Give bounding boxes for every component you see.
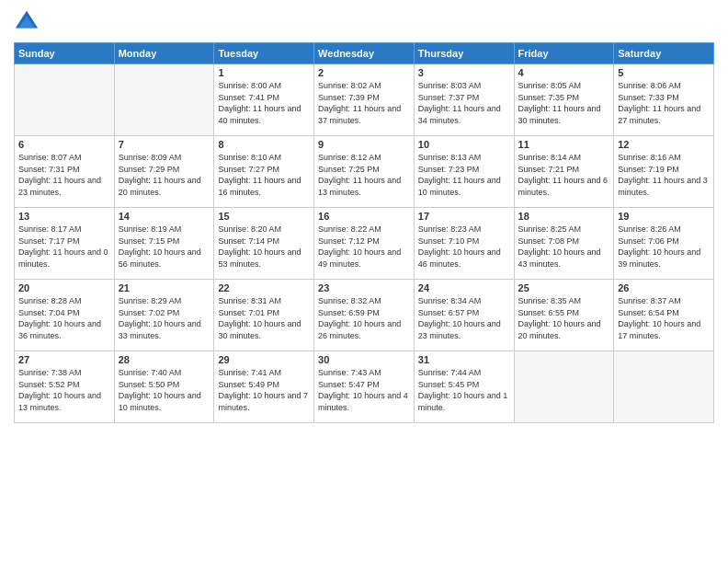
day-info: Sunrise: 8:25 AMSunset: 7:08 PMDaylight:… bbox=[518, 224, 610, 270]
calendar-cell: 21Sunrise: 8:29 AMSunset: 7:02 PMDayligh… bbox=[114, 280, 214, 351]
day-number: 13 bbox=[18, 211, 110, 222]
calendar-day-header: Thursday bbox=[414, 43, 514, 64]
day-number: 2 bbox=[318, 67, 410, 78]
calendar-cell: 7Sunrise: 8:09 AMSunset: 7:29 PMDaylight… bbox=[114, 136, 214, 208]
calendar-cell: 12Sunrise: 8:16 AMSunset: 7:19 PMDayligh… bbox=[614, 136, 714, 208]
day-number: 5 bbox=[618, 67, 710, 78]
day-info: Sunrise: 8:05 AMSunset: 7:35 PMDaylight:… bbox=[518, 80, 610, 126]
calendar-cell bbox=[514, 351, 614, 423]
calendar-cell: 31Sunrise: 7:44 AMSunset: 5:45 PMDayligh… bbox=[414, 351, 514, 423]
calendar-cell: 2Sunrise: 8:02 AMSunset: 7:39 PMDaylight… bbox=[314, 64, 415, 136]
calendar-cell: 16Sunrise: 8:22 AMSunset: 7:12 PMDayligh… bbox=[314, 208, 415, 280]
day-info: Sunrise: 7:40 AMSunset: 5:50 PMDaylight:… bbox=[119, 367, 210, 413]
calendar-week-row: 1Sunrise: 8:00 AMSunset: 7:41 PMDaylight… bbox=[15, 64, 714, 136]
day-number: 4 bbox=[518, 67, 610, 78]
calendar-day-header: Wednesday bbox=[314, 43, 415, 64]
day-number: 21 bbox=[119, 282, 210, 293]
day-number: 3 bbox=[418, 67, 510, 78]
calendar-cell: 18Sunrise: 8:25 AMSunset: 7:08 PMDayligh… bbox=[514, 208, 614, 280]
header bbox=[14, 9, 714, 35]
day-info: Sunrise: 8:28 AMSunset: 7:04 PMDaylight:… bbox=[18, 295, 110, 341]
calendar-day-header: Friday bbox=[514, 43, 614, 64]
calendar-header-row: SundayMondayTuesdayWednesdayThursdayFrid… bbox=[15, 43, 714, 64]
day-number: 6 bbox=[18, 139, 110, 150]
calendar-cell: 27Sunrise: 7:38 AMSunset: 5:52 PMDayligh… bbox=[15, 351, 115, 423]
day-info: Sunrise: 7:38 AMSunset: 5:52 PMDaylight:… bbox=[18, 367, 110, 413]
calendar-cell: 20Sunrise: 8:28 AMSunset: 7:04 PMDayligh… bbox=[15, 280, 115, 351]
day-info: Sunrise: 8:37 AMSunset: 6:54 PMDaylight:… bbox=[618, 295, 710, 341]
calendar-cell bbox=[114, 64, 214, 136]
day-info: Sunrise: 8:22 AMSunset: 7:12 PMDaylight:… bbox=[318, 224, 410, 270]
calendar-cell: 10Sunrise: 8:13 AMSunset: 7:23 PMDayligh… bbox=[414, 136, 514, 208]
day-number: 22 bbox=[218, 282, 310, 293]
calendar-cell: 29Sunrise: 7:41 AMSunset: 5:49 PMDayligh… bbox=[214, 351, 314, 423]
logo-icon bbox=[14, 9, 40, 35]
calendar-day-header: Monday bbox=[114, 43, 214, 64]
day-number: 19 bbox=[618, 211, 710, 222]
day-info: Sunrise: 8:03 AMSunset: 7:37 PMDaylight:… bbox=[418, 80, 510, 126]
page: SundayMondayTuesdayWednesdayThursdayFrid… bbox=[0, 0, 728, 563]
calendar-cell: 19Sunrise: 8:26 AMSunset: 7:06 PMDayligh… bbox=[614, 208, 714, 280]
calendar-cell: 23Sunrise: 8:32 AMSunset: 6:59 PMDayligh… bbox=[314, 280, 415, 351]
day-info: Sunrise: 8:06 AMSunset: 7:33 PMDaylight:… bbox=[618, 80, 710, 126]
day-number: 9 bbox=[318, 139, 410, 150]
day-info: Sunrise: 8:14 AMSunset: 7:21 PMDaylight:… bbox=[518, 152, 610, 198]
day-info: Sunrise: 8:16 AMSunset: 7:19 PMDaylight:… bbox=[618, 152, 710, 198]
calendar: SundayMondayTuesdayWednesdayThursdayFrid… bbox=[14, 42, 714, 423]
calendar-cell bbox=[614, 351, 714, 423]
day-info: Sunrise: 8:26 AMSunset: 7:06 PMDaylight:… bbox=[618, 224, 710, 270]
calendar-cell: 17Sunrise: 8:23 AMSunset: 7:10 PMDayligh… bbox=[414, 208, 514, 280]
day-number: 12 bbox=[618, 139, 710, 150]
calendar-cell: 13Sunrise: 8:17 AMSunset: 7:17 PMDayligh… bbox=[15, 208, 115, 280]
calendar-cell: 6Sunrise: 8:07 AMSunset: 7:31 PMDaylight… bbox=[15, 136, 115, 208]
day-number: 23 bbox=[318, 282, 410, 293]
calendar-cell: 26Sunrise: 8:37 AMSunset: 6:54 PMDayligh… bbox=[614, 280, 714, 351]
day-info: Sunrise: 8:12 AMSunset: 7:25 PMDaylight:… bbox=[318, 152, 410, 198]
calendar-cell: 1Sunrise: 8:00 AMSunset: 7:41 PMDaylight… bbox=[214, 64, 314, 136]
logo bbox=[14, 9, 43, 35]
calendar-week-row: 6Sunrise: 8:07 AMSunset: 7:31 PMDaylight… bbox=[15, 136, 714, 208]
day-number: 17 bbox=[418, 211, 510, 222]
day-number: 14 bbox=[119, 211, 210, 222]
calendar-cell: 5Sunrise: 8:06 AMSunset: 7:33 PMDaylight… bbox=[614, 64, 714, 136]
calendar-week-row: 27Sunrise: 7:38 AMSunset: 5:52 PMDayligh… bbox=[15, 351, 714, 423]
calendar-cell: 8Sunrise: 8:10 AMSunset: 7:27 PMDaylight… bbox=[214, 136, 314, 208]
day-info: Sunrise: 8:31 AMSunset: 7:01 PMDaylight:… bbox=[218, 295, 310, 341]
day-number: 1 bbox=[218, 67, 310, 78]
day-info: Sunrise: 8:09 AMSunset: 7:29 PMDaylight:… bbox=[119, 152, 210, 198]
day-number: 24 bbox=[418, 282, 510, 293]
day-number: 28 bbox=[119, 354, 210, 365]
day-info: Sunrise: 7:43 AMSunset: 5:47 PMDaylight:… bbox=[318, 367, 410, 413]
day-info: Sunrise: 8:29 AMSunset: 7:02 PMDaylight:… bbox=[119, 295, 210, 341]
day-number: 27 bbox=[18, 354, 110, 365]
day-number: 31 bbox=[418, 354, 510, 365]
day-number: 30 bbox=[318, 354, 410, 365]
day-number: 18 bbox=[518, 211, 610, 222]
day-info: Sunrise: 7:44 AMSunset: 5:45 PMDaylight:… bbox=[418, 367, 510, 413]
day-number: 20 bbox=[18, 282, 110, 293]
calendar-cell: 14Sunrise: 8:19 AMSunset: 7:15 PMDayligh… bbox=[114, 208, 214, 280]
day-info: Sunrise: 8:20 AMSunset: 7:14 PMDaylight:… bbox=[218, 224, 310, 270]
day-number: 25 bbox=[518, 282, 610, 293]
day-info: Sunrise: 8:19 AMSunset: 7:15 PMDaylight:… bbox=[119, 224, 210, 270]
day-number: 15 bbox=[218, 211, 310, 222]
calendar-cell: 3Sunrise: 8:03 AMSunset: 7:37 PMDaylight… bbox=[414, 64, 514, 136]
calendar-cell: 15Sunrise: 8:20 AMSunset: 7:14 PMDayligh… bbox=[214, 208, 314, 280]
calendar-cell: 22Sunrise: 8:31 AMSunset: 7:01 PMDayligh… bbox=[214, 280, 314, 351]
calendar-cell: 28Sunrise: 7:40 AMSunset: 5:50 PMDayligh… bbox=[114, 351, 214, 423]
day-number: 11 bbox=[518, 139, 610, 150]
day-number: 10 bbox=[418, 139, 510, 150]
calendar-day-header: Tuesday bbox=[214, 43, 314, 64]
calendar-week-row: 20Sunrise: 8:28 AMSunset: 7:04 PMDayligh… bbox=[15, 280, 714, 351]
day-info: Sunrise: 8:17 AMSunset: 7:17 PMDaylight:… bbox=[18, 224, 110, 270]
day-info: Sunrise: 8:00 AMSunset: 7:41 PMDaylight:… bbox=[218, 80, 310, 126]
day-number: 7 bbox=[119, 139, 210, 150]
day-number: 26 bbox=[618, 282, 710, 293]
calendar-day-header: Sunday bbox=[15, 43, 115, 64]
calendar-cell: 30Sunrise: 7:43 AMSunset: 5:47 PMDayligh… bbox=[314, 351, 415, 423]
calendar-cell: 11Sunrise: 8:14 AMSunset: 7:21 PMDayligh… bbox=[514, 136, 614, 208]
day-number: 8 bbox=[218, 139, 310, 150]
day-info: Sunrise: 8:34 AMSunset: 6:57 PMDaylight:… bbox=[418, 295, 510, 341]
day-info: Sunrise: 8:32 AMSunset: 6:59 PMDaylight:… bbox=[318, 295, 410, 341]
calendar-cell: 25Sunrise: 8:35 AMSunset: 6:55 PMDayligh… bbox=[514, 280, 614, 351]
